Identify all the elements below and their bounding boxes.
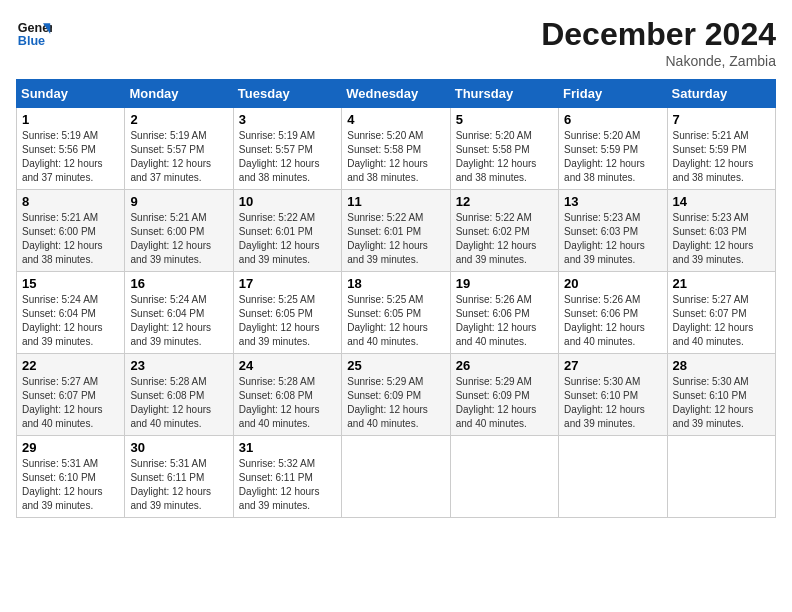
location: Nakonde, Zambia <box>541 53 776 69</box>
day-number: 20 <box>564 276 661 291</box>
day-info: Sunrise: 5:21 AM Sunset: 6:00 PM Dayligh… <box>22 211 119 267</box>
calendar-cell: 20 Sunrise: 5:26 AM Sunset: 6:06 PM Dayl… <box>559 272 667 354</box>
calendar-cell: 23 Sunrise: 5:28 AM Sunset: 6:08 PM Dayl… <box>125 354 233 436</box>
day-number: 1 <box>22 112 119 127</box>
day-info: Sunrise: 5:28 AM Sunset: 6:08 PM Dayligh… <box>130 375 227 431</box>
day-number: 7 <box>673 112 770 127</box>
calendar-header-cell: Monday <box>125 80 233 108</box>
day-info: Sunrise: 5:22 AM Sunset: 6:01 PM Dayligh… <box>239 211 336 267</box>
calendar-row: 22 Sunrise: 5:27 AM Sunset: 6:07 PM Dayl… <box>17 354 776 436</box>
calendar-cell: 24 Sunrise: 5:28 AM Sunset: 6:08 PM Dayl… <box>233 354 341 436</box>
calendar-cell: 15 Sunrise: 5:24 AM Sunset: 6:04 PM Dayl… <box>17 272 125 354</box>
calendar-cell <box>559 436 667 518</box>
day-info: Sunrise: 5:19 AM Sunset: 5:57 PM Dayligh… <box>239 129 336 185</box>
calendar-cell: 14 Sunrise: 5:23 AM Sunset: 6:03 PM Dayl… <box>667 190 775 272</box>
day-info: Sunrise: 5:30 AM Sunset: 6:10 PM Dayligh… <box>564 375 661 431</box>
calendar-cell: 4 Sunrise: 5:20 AM Sunset: 5:58 PM Dayli… <box>342 108 450 190</box>
day-number: 22 <box>22 358 119 373</box>
calendar-cell: 6 Sunrise: 5:20 AM Sunset: 5:59 PM Dayli… <box>559 108 667 190</box>
day-info: Sunrise: 5:20 AM Sunset: 5:58 PM Dayligh… <box>347 129 444 185</box>
calendar-header-cell: Wednesday <box>342 80 450 108</box>
calendar-cell <box>667 436 775 518</box>
calendar-header-cell: Thursday <box>450 80 558 108</box>
day-info: Sunrise: 5:27 AM Sunset: 6:07 PM Dayligh… <box>673 293 770 349</box>
day-info: Sunrise: 5:24 AM Sunset: 6:04 PM Dayligh… <box>22 293 119 349</box>
day-number: 26 <box>456 358 553 373</box>
day-info: Sunrise: 5:23 AM Sunset: 6:03 PM Dayligh… <box>673 211 770 267</box>
day-info: Sunrise: 5:25 AM Sunset: 6:05 PM Dayligh… <box>347 293 444 349</box>
day-number: 18 <box>347 276 444 291</box>
calendar-cell: 3 Sunrise: 5:19 AM Sunset: 5:57 PM Dayli… <box>233 108 341 190</box>
day-number: 11 <box>347 194 444 209</box>
calendar-cell: 26 Sunrise: 5:29 AM Sunset: 6:09 PM Dayl… <box>450 354 558 436</box>
title-block: December 2024 Nakonde, Zambia <box>541 16 776 69</box>
calendar-row: 15 Sunrise: 5:24 AM Sunset: 6:04 PM Dayl… <box>17 272 776 354</box>
day-info: Sunrise: 5:21 AM Sunset: 6:00 PM Dayligh… <box>130 211 227 267</box>
day-number: 17 <box>239 276 336 291</box>
calendar-cell: 30 Sunrise: 5:31 AM Sunset: 6:11 PM Dayl… <box>125 436 233 518</box>
calendar-cell: 19 Sunrise: 5:26 AM Sunset: 6:06 PM Dayl… <box>450 272 558 354</box>
calendar-row: 8 Sunrise: 5:21 AM Sunset: 6:00 PM Dayli… <box>17 190 776 272</box>
day-number: 5 <box>456 112 553 127</box>
calendar-cell <box>342 436 450 518</box>
calendar-cell: 16 Sunrise: 5:24 AM Sunset: 6:04 PM Dayl… <box>125 272 233 354</box>
day-info: Sunrise: 5:26 AM Sunset: 6:06 PM Dayligh… <box>456 293 553 349</box>
day-info: Sunrise: 5:31 AM Sunset: 6:10 PM Dayligh… <box>22 457 119 513</box>
day-info: Sunrise: 5:30 AM Sunset: 6:10 PM Dayligh… <box>673 375 770 431</box>
calendar-row: 1 Sunrise: 5:19 AM Sunset: 5:56 PM Dayli… <box>17 108 776 190</box>
calendar-cell: 1 Sunrise: 5:19 AM Sunset: 5:56 PM Dayli… <box>17 108 125 190</box>
day-info: Sunrise: 5:20 AM Sunset: 5:59 PM Dayligh… <box>564 129 661 185</box>
day-number: 15 <box>22 276 119 291</box>
day-number: 23 <box>130 358 227 373</box>
calendar-cell: 17 Sunrise: 5:25 AM Sunset: 6:05 PM Dayl… <box>233 272 341 354</box>
calendar-header-cell: Friday <box>559 80 667 108</box>
day-info: Sunrise: 5:26 AM Sunset: 6:06 PM Dayligh… <box>564 293 661 349</box>
day-number: 14 <box>673 194 770 209</box>
calendar-header-cell: Tuesday <box>233 80 341 108</box>
calendar-cell: 2 Sunrise: 5:19 AM Sunset: 5:57 PM Dayli… <box>125 108 233 190</box>
calendar-cell: 11 Sunrise: 5:22 AM Sunset: 6:01 PM Dayl… <box>342 190 450 272</box>
day-info: Sunrise: 5:31 AM Sunset: 6:11 PM Dayligh… <box>130 457 227 513</box>
day-number: 29 <box>22 440 119 455</box>
calendar-cell: 8 Sunrise: 5:21 AM Sunset: 6:00 PM Dayli… <box>17 190 125 272</box>
day-number: 12 <box>456 194 553 209</box>
day-number: 3 <box>239 112 336 127</box>
day-info: Sunrise: 5:32 AM Sunset: 6:11 PM Dayligh… <box>239 457 336 513</box>
calendar-body: 1 Sunrise: 5:19 AM Sunset: 5:56 PM Dayli… <box>17 108 776 518</box>
day-info: Sunrise: 5:19 AM Sunset: 5:56 PM Dayligh… <box>22 129 119 185</box>
day-number: 25 <box>347 358 444 373</box>
calendar-cell: 22 Sunrise: 5:27 AM Sunset: 6:07 PM Dayl… <box>17 354 125 436</box>
calendar-cell: 5 Sunrise: 5:20 AM Sunset: 5:58 PM Dayli… <box>450 108 558 190</box>
calendar-table: SundayMondayTuesdayWednesdayThursdayFrid… <box>16 79 776 518</box>
day-number: 28 <box>673 358 770 373</box>
calendar-cell: 27 Sunrise: 5:30 AM Sunset: 6:10 PM Dayl… <box>559 354 667 436</box>
day-number: 31 <box>239 440 336 455</box>
day-number: 21 <box>673 276 770 291</box>
calendar-cell: 12 Sunrise: 5:22 AM Sunset: 6:02 PM Dayl… <box>450 190 558 272</box>
calendar-header-row: SundayMondayTuesdayWednesdayThursdayFrid… <box>17 80 776 108</box>
calendar-cell: 10 Sunrise: 5:22 AM Sunset: 6:01 PM Dayl… <box>233 190 341 272</box>
month-title: December 2024 <box>541 16 776 53</box>
day-info: Sunrise: 5:20 AM Sunset: 5:58 PM Dayligh… <box>456 129 553 185</box>
day-info: Sunrise: 5:27 AM Sunset: 6:07 PM Dayligh… <box>22 375 119 431</box>
page-header: General Blue December 2024 Nakonde, Zamb… <box>16 16 776 69</box>
day-number: 4 <box>347 112 444 127</box>
day-number: 27 <box>564 358 661 373</box>
logo-icon: General Blue <box>16 16 52 52</box>
day-info: Sunrise: 5:24 AM Sunset: 6:04 PM Dayligh… <box>130 293 227 349</box>
day-number: 10 <box>239 194 336 209</box>
svg-text:Blue: Blue <box>18 34 45 48</box>
calendar-header-cell: Saturday <box>667 80 775 108</box>
day-info: Sunrise: 5:28 AM Sunset: 6:08 PM Dayligh… <box>239 375 336 431</box>
day-number: 24 <box>239 358 336 373</box>
day-number: 19 <box>456 276 553 291</box>
day-info: Sunrise: 5:22 AM Sunset: 6:02 PM Dayligh… <box>456 211 553 267</box>
day-info: Sunrise: 5:22 AM Sunset: 6:01 PM Dayligh… <box>347 211 444 267</box>
calendar-cell: 18 Sunrise: 5:25 AM Sunset: 6:05 PM Dayl… <box>342 272 450 354</box>
day-info: Sunrise: 5:29 AM Sunset: 6:09 PM Dayligh… <box>347 375 444 431</box>
day-number: 8 <box>22 194 119 209</box>
day-info: Sunrise: 5:19 AM Sunset: 5:57 PM Dayligh… <box>130 129 227 185</box>
day-number: 6 <box>564 112 661 127</box>
calendar-cell: 29 Sunrise: 5:31 AM Sunset: 6:10 PM Dayl… <box>17 436 125 518</box>
calendar-cell: 31 Sunrise: 5:32 AM Sunset: 6:11 PM Dayl… <box>233 436 341 518</box>
